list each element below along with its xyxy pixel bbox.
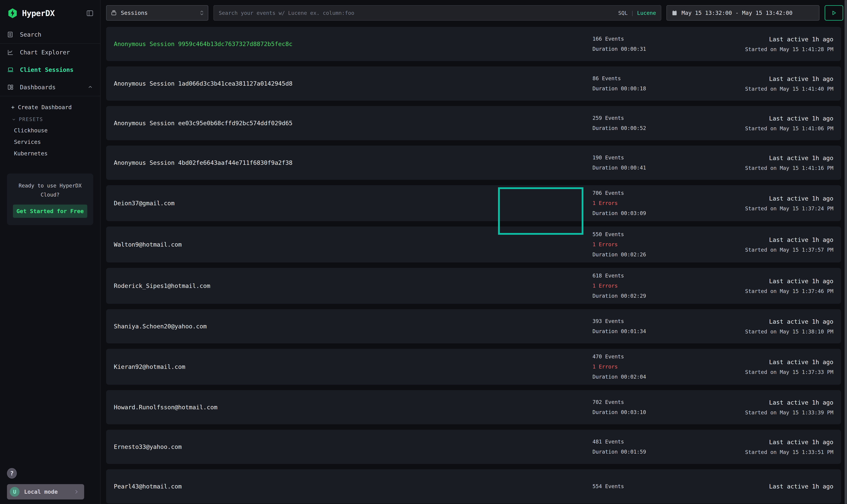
sidebar: HyperDX Search Chart Explorer bbox=[0, 0, 101, 504]
presets-list: ClickhouseServicesKubernetes bbox=[0, 125, 100, 159]
session-stats: 554 Events bbox=[592, 483, 701, 490]
chevron-right-icon bbox=[73, 489, 79, 495]
sidebar-item-label: Chart Explorer bbox=[20, 49, 70, 56]
session-stats: 393 Events Duration 00:01:34 bbox=[592, 318, 701, 335]
get-started-button[interactable]: Get Started for Free bbox=[13, 204, 87, 218]
session-activity: Last active 1h ago Started on May 15 1:3… bbox=[701, 399, 833, 416]
session-activity: Last active 1h ago Started on May 15 1:3… bbox=[701, 318, 833, 335]
session-last-active: Last active 1h ago bbox=[769, 155, 833, 161]
sidebar-item-chart-explorer[interactable]: Chart Explorer bbox=[0, 43, 100, 61]
session-events: 190 Events bbox=[592, 154, 701, 161]
session-row[interactable]: Roderick_Sipes1@hotmail.com 618 Events 1… bbox=[106, 268, 841, 304]
session-title: Anonymous Session ee03c95e0b68cffd92bc57… bbox=[114, 120, 592, 127]
mode-sql-toggle[interactable]: SQL bbox=[618, 10, 627, 16]
session-row[interactable]: Walton9@hotmail.com 550 Events 1 Errors … bbox=[106, 227, 841, 263]
session-started-on: Started on May 15 1:37:33 PM bbox=[745, 369, 833, 375]
session-started-on: Started on May 15 1:41:28 PM bbox=[745, 46, 833, 52]
session-row[interactable]: Pearl43@hotmail.com 554 Events Last acti… bbox=[106, 469, 841, 503]
create-dashboard-button[interactable]: + Create Dashboard bbox=[0, 101, 100, 114]
session-errors: 1 Errors bbox=[592, 241, 701, 248]
session-events: 393 Events bbox=[592, 318, 701, 325]
preset-item[interactable]: Clickhouse bbox=[0, 125, 100, 136]
session-started-on: Started on May 15 1:33:51 PM bbox=[745, 449, 833, 455]
session-duration: Duration 00:00:52 bbox=[592, 125, 701, 131]
sidebar-item-dashboards[interactable]: Dashboards bbox=[0, 78, 100, 96]
session-events: 481 Events bbox=[592, 438, 701, 445]
session-last-active: Last active 1h ago bbox=[769, 36, 833, 43]
session-duration: Duration 00:01:59 bbox=[592, 449, 701, 455]
session-activity: Last active 1h ago Started on May 15 1:3… bbox=[701, 195, 833, 212]
help-button[interactable]: ? bbox=[7, 468, 17, 479]
session-last-active: Last active 1h ago bbox=[769, 75, 833, 82]
sidebar-collapse-icon[interactable] bbox=[86, 9, 94, 17]
session-started-on: Started on May 15 1:41:40 PM bbox=[745, 86, 833, 92]
session-activity: Last active 1h ago Started on May 15 1:3… bbox=[701, 438, 833, 455]
chevron-down-icon bbox=[12, 117, 16, 122]
session-row[interactable]: Anonymous Session 9959c464b13dc7637327d8… bbox=[106, 27, 841, 61]
local-mode-button[interactable]: U Local mode bbox=[7, 484, 84, 500]
session-row[interactable]: Anonymous Session 1ad066d3c3b41cea381127… bbox=[106, 67, 841, 101]
session-events: 166 Events bbox=[592, 36, 701, 42]
session-started-on: Started on May 15 1:37:24 PM bbox=[745, 205, 833, 212]
local-mode-label: Local mode bbox=[24, 488, 58, 495]
sidebar-footer: ? U Local mode bbox=[0, 484, 100, 504]
scrollbar[interactable] bbox=[845, 0, 847, 504]
session-stats: 481 Events Duration 00:01:59 bbox=[592, 438, 701, 455]
session-events: 618 Events bbox=[592, 272, 701, 279]
session-row[interactable]: Howard.Runolfsson@hotmail.com 702 Events… bbox=[106, 390, 841, 424]
preset-item[interactable]: Kubernetes bbox=[0, 148, 100, 159]
select-chevrons-icon bbox=[200, 11, 204, 15]
session-row[interactable]: Anonymous Session 4bd02fe6643aaf44e711f6… bbox=[106, 146, 841, 180]
preset-item[interactable]: Services bbox=[0, 136, 100, 148]
brand[interactable]: HyperDX bbox=[7, 8, 55, 19]
session-stats: 702 Events Duration 00:03:10 bbox=[592, 399, 701, 416]
sidebar-item-search[interactable]: Search bbox=[0, 26, 100, 43]
source-select[interactable]: Sessions bbox=[106, 5, 208, 21]
session-stats: 470 Events 1 Errors Duration 00:02:04 bbox=[592, 353, 701, 380]
calendar-icon bbox=[671, 10, 678, 16]
session-started-on: Started on May 15 1:41:06 PM bbox=[745, 125, 833, 131]
time-range-value: May 15 13:32:00 - May 15 13:42:00 bbox=[681, 10, 793, 16]
session-title: Shaniya.Schoen20@yahoo.com bbox=[114, 323, 592, 330]
session-activity: Last active 1h ago Started on May 15 1:3… bbox=[701, 277, 833, 294]
session-activity: Last active 1h ago bbox=[701, 483, 833, 490]
main-content: Sessions SQL | Lucene May 15 13:32:00 - … bbox=[101, 0, 847, 504]
session-row[interactable]: Anonymous Session ee03c95e0b68cffd92bc57… bbox=[106, 106, 841, 140]
session-duration: Duration 00:02:29 bbox=[592, 293, 701, 299]
session-stats: 259 Events Duration 00:00:52 bbox=[592, 115, 701, 131]
session-events: 706 Events bbox=[592, 190, 701, 196]
session-stats: 550 Events 1 Errors Duration 00:02:26 bbox=[592, 231, 701, 258]
session-row[interactable]: Kieran92@hotmail.com 470 Events 1 Errors… bbox=[106, 349, 841, 385]
sidebar-item-client-sessions[interactable]: Client Sessions bbox=[0, 61, 100, 78]
run-query-button[interactable] bbox=[825, 5, 843, 21]
session-events: 259 Events bbox=[592, 115, 701, 121]
session-last-active: Last active 1h ago bbox=[769, 438, 833, 446]
session-row[interactable]: Shaniya.Schoen20@yahoo.com 393 Events Du… bbox=[106, 309, 841, 343]
session-title: Deion37@gmail.com bbox=[114, 200, 592, 206]
sidebar-header: HyperDX bbox=[0, 0, 100, 26]
session-duration: Duration 00:01:34 bbox=[592, 328, 701, 335]
session-last-active: Last active 1h ago bbox=[769, 399, 833, 406]
stack-icon bbox=[111, 10, 117, 16]
session-stats: 190 Events Duration 00:00:41 bbox=[592, 154, 701, 171]
scrollbar-thumb[interactable] bbox=[845, 0, 847, 504]
session-duration: Duration 00:03:09 bbox=[592, 210, 701, 217]
cloud-promo-card: Ready to use HyperDX Cloud? Get Started … bbox=[7, 174, 93, 225]
session-row[interactable]: Deion37@gmail.com 706 Events 1 Errors Du… bbox=[106, 185, 841, 221]
session-stats: 166 Events Duration 00:00:31 bbox=[592, 36, 701, 52]
play-icon bbox=[831, 10, 837, 16]
session-title: Walton9@hotmail.com bbox=[114, 241, 592, 248]
session-errors: 1 Errors bbox=[592, 283, 701, 289]
presets-toggle[interactable]: PRESETS bbox=[0, 114, 100, 125]
session-activity: Last active 1h ago Started on May 15 1:4… bbox=[701, 36, 833, 52]
session-row[interactable]: Ernesto33@yahoo.com 481 Events Duration … bbox=[106, 430, 841, 464]
session-title: Ernesto33@yahoo.com bbox=[114, 443, 592, 450]
source-select-value: Sessions bbox=[121, 10, 148, 16]
search-input[interactable] bbox=[219, 10, 615, 16]
mode-lucene-toggle[interactable]: Lucene bbox=[637, 10, 656, 16]
time-range-picker[interactable]: May 15 13:32:00 - May 15 13:42:00 bbox=[667, 5, 819, 21]
session-stats: 618 Events 1 Errors Duration 00:02:29 bbox=[592, 272, 701, 299]
session-started-on: Started on May 15 1:41:16 PM bbox=[745, 165, 833, 171]
session-last-active: Last active 1h ago bbox=[769, 195, 833, 202]
sidebar-item-label: Client Sessions bbox=[20, 66, 73, 73]
